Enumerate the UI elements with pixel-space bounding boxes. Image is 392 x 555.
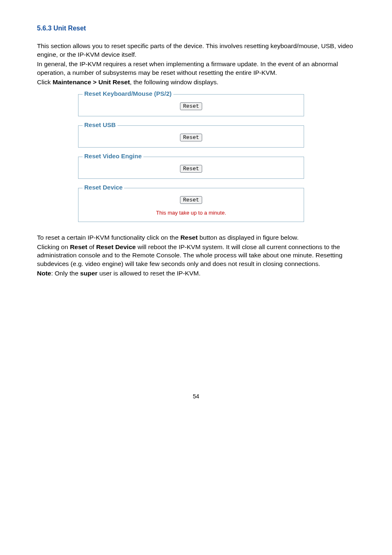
outro-p3-post: user is allowed to reset the IP-KVM. — [97, 270, 201, 277]
legend-video-engine: Reset Video Engine — [83, 153, 143, 160]
outro-p3-super: super — [80, 270, 97, 277]
intro-block: This section allows you to reset specifi… — [37, 42, 355, 87]
section-heading: 5.6.3 Unit Reset — [37, 25, 355, 32]
outro-p3-mid1: : Only the — [51, 270, 80, 277]
outro-p1-pre: To reset a certain IP-KVM functionality … — [37, 234, 180, 241]
intro-p3-pre: Click — [37, 79, 53, 86]
fieldset-reset-keyboard-mouse: Reset Keyboard/Mouse (PS/2) Reset — [78, 94, 304, 116]
outro-block: To reset a certain IP-KVM functionality … — [37, 234, 355, 278]
reset-video-engine-button[interactable]: Reset — [180, 165, 202, 173]
reset-keyboard-mouse-button[interactable]: Reset — [180, 102, 202, 110]
outro-p1-post: button as displayed in figure below. — [198, 234, 299, 241]
outro-p3-note: Note — [37, 270, 51, 277]
reset-panels: Reset Keyboard/Mouse (PS/2) Reset Reset … — [78, 94, 304, 222]
intro-para-2: In general, the IP-KVM requires a reset … — [37, 60, 355, 77]
outro-para-2: Clicking on Reset of Reset Device will r… — [37, 243, 355, 269]
reset-usb-button[interactable]: Reset — [180, 134, 202, 141]
fieldset-reset-usb: Reset USB Reset — [78, 125, 304, 148]
fieldset-reset-device: Reset Device Reset This may take up to a… — [78, 188, 304, 222]
fieldset-reset-video-engine: Reset Video Engine Reset — [78, 157, 304, 179]
legend-usb: Reset USB — [83, 121, 118, 128]
reset-device-button[interactable]: Reset — [180, 196, 202, 204]
outro-p2-bold1: Reset — [70, 243, 87, 250]
legend-keyboard-mouse: Reset Keyboard/Mouse (PS/2) — [83, 90, 173, 97]
outro-para-3: Note: Only the super user is allowed to … — [37, 269, 355, 278]
page-number: 54 — [37, 393, 355, 400]
outro-p2-mid: of — [87, 243, 96, 250]
outro-p2-pre: Clicking on — [37, 243, 70, 250]
reset-device-warning: This may take up to a minute. — [83, 210, 299, 216]
legend-device: Reset Device — [83, 184, 124, 191]
outro-p2-bold2: Reset Device — [96, 243, 136, 250]
outro-para-1: To reset a certain IP-KVM functionality … — [37, 234, 355, 242]
intro-p3-bold: Maintenance > Unit Reset — [53, 79, 130, 86]
intro-para-1: This section allows you to reset specifi… — [37, 42, 355, 59]
intro-p3-post: , the following window displays. — [130, 79, 218, 86]
intro-para-3: Click Maintenance > Unit Reset, the foll… — [37, 78, 355, 87]
outro-p1-bold: Reset — [180, 234, 198, 241]
